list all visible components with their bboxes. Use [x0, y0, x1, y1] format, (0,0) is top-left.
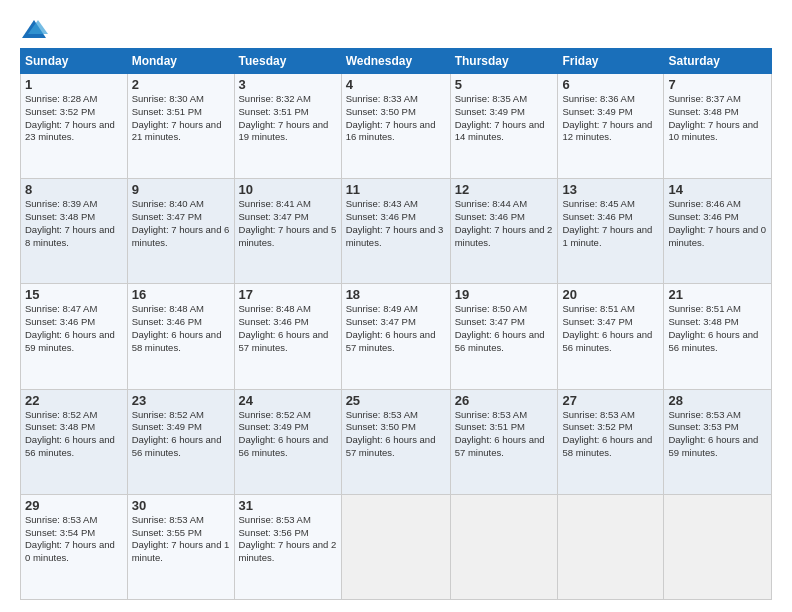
- day-number: 19: [455, 287, 554, 302]
- calendar-cell: 13Sunrise: 8:45 AMSunset: 3:46 PMDayligh…: [558, 179, 664, 284]
- cell-info: Sunrise: 8:53 AMSunset: 3:50 PMDaylight:…: [346, 409, 446, 460]
- day-number: 30: [132, 498, 230, 513]
- header-day-monday: Monday: [127, 49, 234, 74]
- cell-info: Sunrise: 8:35 AMSunset: 3:49 PMDaylight:…: [455, 93, 554, 144]
- calendar-cell: 7Sunrise: 8:37 AMSunset: 3:48 PMDaylight…: [664, 74, 772, 179]
- day-number: 27: [562, 393, 659, 408]
- calendar-cell: 6Sunrise: 8:36 AMSunset: 3:49 PMDaylight…: [558, 74, 664, 179]
- calendar-cell: 29Sunrise: 8:53 AMSunset: 3:54 PMDayligh…: [21, 494, 128, 599]
- cell-info: Sunrise: 8:53 AMSunset: 3:55 PMDaylight:…: [132, 514, 230, 565]
- day-number: 16: [132, 287, 230, 302]
- cell-info: Sunrise: 8:52 AMSunset: 3:49 PMDaylight:…: [239, 409, 337, 460]
- page: SundayMondayTuesdayWednesdayThursdayFrid…: [0, 0, 792, 612]
- day-number: 31: [239, 498, 337, 513]
- calendar-cell: 26Sunrise: 8:53 AMSunset: 3:51 PMDayligh…: [450, 389, 558, 494]
- cell-info: Sunrise: 8:51 AMSunset: 3:47 PMDaylight:…: [562, 303, 659, 354]
- cell-info: Sunrise: 8:52 AMSunset: 3:49 PMDaylight:…: [132, 409, 230, 460]
- cell-info: Sunrise: 8:28 AMSunset: 3:52 PMDaylight:…: [25, 93, 123, 144]
- day-number: 20: [562, 287, 659, 302]
- day-number: 28: [668, 393, 767, 408]
- calendar-cell: 12Sunrise: 8:44 AMSunset: 3:46 PMDayligh…: [450, 179, 558, 284]
- header-day-saturday: Saturday: [664, 49, 772, 74]
- calendar-cell: 14Sunrise: 8:46 AMSunset: 3:46 PMDayligh…: [664, 179, 772, 284]
- header-day-tuesday: Tuesday: [234, 49, 341, 74]
- cell-info: Sunrise: 8:53 AMSunset: 3:56 PMDaylight:…: [239, 514, 337, 565]
- day-number: 4: [346, 77, 446, 92]
- header-day-thursday: Thursday: [450, 49, 558, 74]
- cell-info: Sunrise: 8:48 AMSunset: 3:46 PMDaylight:…: [239, 303, 337, 354]
- cell-info: Sunrise: 8:32 AMSunset: 3:51 PMDaylight:…: [239, 93, 337, 144]
- calendar-cell: 31Sunrise: 8:53 AMSunset: 3:56 PMDayligh…: [234, 494, 341, 599]
- cell-info: Sunrise: 8:40 AMSunset: 3:47 PMDaylight:…: [132, 198, 230, 249]
- header-day-wednesday: Wednesday: [341, 49, 450, 74]
- week-row-1: 1Sunrise: 8:28 AMSunset: 3:52 PMDaylight…: [21, 74, 772, 179]
- cell-info: Sunrise: 8:45 AMSunset: 3:46 PMDaylight:…: [562, 198, 659, 249]
- calendar-cell: 8Sunrise: 8:39 AMSunset: 3:48 PMDaylight…: [21, 179, 128, 284]
- cell-info: Sunrise: 8:33 AMSunset: 3:50 PMDaylight:…: [346, 93, 446, 144]
- day-number: 5: [455, 77, 554, 92]
- day-number: 7: [668, 77, 767, 92]
- day-number: 21: [668, 287, 767, 302]
- day-number: 3: [239, 77, 337, 92]
- cell-info: Sunrise: 8:46 AMSunset: 3:46 PMDaylight:…: [668, 198, 767, 249]
- calendar-cell: 2Sunrise: 8:30 AMSunset: 3:51 PMDaylight…: [127, 74, 234, 179]
- cell-info: Sunrise: 8:44 AMSunset: 3:46 PMDaylight:…: [455, 198, 554, 249]
- day-number: 9: [132, 182, 230, 197]
- day-number: 23: [132, 393, 230, 408]
- cell-info: Sunrise: 8:36 AMSunset: 3:49 PMDaylight:…: [562, 93, 659, 144]
- header: [20, 18, 772, 40]
- day-number: 11: [346, 182, 446, 197]
- calendar-cell: 5Sunrise: 8:35 AMSunset: 3:49 PMDaylight…: [450, 74, 558, 179]
- calendar-cell: 16Sunrise: 8:48 AMSunset: 3:46 PMDayligh…: [127, 284, 234, 389]
- day-number: 26: [455, 393, 554, 408]
- day-number: 2: [132, 77, 230, 92]
- calendar-cell: 24Sunrise: 8:52 AMSunset: 3:49 PMDayligh…: [234, 389, 341, 494]
- calendar-cell: 3Sunrise: 8:32 AMSunset: 3:51 PMDaylight…: [234, 74, 341, 179]
- day-number: 8: [25, 182, 123, 197]
- week-row-3: 15Sunrise: 8:47 AMSunset: 3:46 PMDayligh…: [21, 284, 772, 389]
- calendar-cell: [558, 494, 664, 599]
- calendar-cell: 10Sunrise: 8:41 AMSunset: 3:47 PMDayligh…: [234, 179, 341, 284]
- header-row: SundayMondayTuesdayWednesdayThursdayFrid…: [21, 49, 772, 74]
- day-number: 18: [346, 287, 446, 302]
- day-number: 25: [346, 393, 446, 408]
- day-number: 22: [25, 393, 123, 408]
- header-day-sunday: Sunday: [21, 49, 128, 74]
- cell-info: Sunrise: 8:48 AMSunset: 3:46 PMDaylight:…: [132, 303, 230, 354]
- cell-info: Sunrise: 8:39 AMSunset: 3:48 PMDaylight:…: [25, 198, 123, 249]
- calendar-cell: [450, 494, 558, 599]
- cell-info: Sunrise: 8:53 AMSunset: 3:53 PMDaylight:…: [668, 409, 767, 460]
- week-row-2: 8Sunrise: 8:39 AMSunset: 3:48 PMDaylight…: [21, 179, 772, 284]
- calendar-cell: 23Sunrise: 8:52 AMSunset: 3:49 PMDayligh…: [127, 389, 234, 494]
- logo: [20, 18, 52, 40]
- cell-info: Sunrise: 8:53 AMSunset: 3:52 PMDaylight:…: [562, 409, 659, 460]
- cell-info: Sunrise: 8:52 AMSunset: 3:48 PMDaylight:…: [25, 409, 123, 460]
- calendar-cell: 22Sunrise: 8:52 AMSunset: 3:48 PMDayligh…: [21, 389, 128, 494]
- cell-info: Sunrise: 8:51 AMSunset: 3:48 PMDaylight:…: [668, 303, 767, 354]
- calendar-cell: 27Sunrise: 8:53 AMSunset: 3:52 PMDayligh…: [558, 389, 664, 494]
- day-number: 14: [668, 182, 767, 197]
- header-day-friday: Friday: [558, 49, 664, 74]
- day-number: 6: [562, 77, 659, 92]
- cell-info: Sunrise: 8:49 AMSunset: 3:47 PMDaylight:…: [346, 303, 446, 354]
- calendar-cell: [664, 494, 772, 599]
- cell-info: Sunrise: 8:30 AMSunset: 3:51 PMDaylight:…: [132, 93, 230, 144]
- calendar-cell: 18Sunrise: 8:49 AMSunset: 3:47 PMDayligh…: [341, 284, 450, 389]
- day-number: 13: [562, 182, 659, 197]
- cell-info: Sunrise: 8:53 AMSunset: 3:54 PMDaylight:…: [25, 514, 123, 565]
- calendar-cell: 25Sunrise: 8:53 AMSunset: 3:50 PMDayligh…: [341, 389, 450, 494]
- cell-info: Sunrise: 8:53 AMSunset: 3:51 PMDaylight:…: [455, 409, 554, 460]
- calendar-cell: 1Sunrise: 8:28 AMSunset: 3:52 PMDaylight…: [21, 74, 128, 179]
- calendar-cell: 19Sunrise: 8:50 AMSunset: 3:47 PMDayligh…: [450, 284, 558, 389]
- cell-info: Sunrise: 8:43 AMSunset: 3:46 PMDaylight:…: [346, 198, 446, 249]
- calendar-body: 1Sunrise: 8:28 AMSunset: 3:52 PMDaylight…: [21, 74, 772, 600]
- calendar-cell: 9Sunrise: 8:40 AMSunset: 3:47 PMDaylight…: [127, 179, 234, 284]
- cell-info: Sunrise: 8:50 AMSunset: 3:47 PMDaylight:…: [455, 303, 554, 354]
- week-row-5: 29Sunrise: 8:53 AMSunset: 3:54 PMDayligh…: [21, 494, 772, 599]
- calendar-cell: 17Sunrise: 8:48 AMSunset: 3:46 PMDayligh…: [234, 284, 341, 389]
- cell-info: Sunrise: 8:37 AMSunset: 3:48 PMDaylight:…: [668, 93, 767, 144]
- calendar-cell: 15Sunrise: 8:47 AMSunset: 3:46 PMDayligh…: [21, 284, 128, 389]
- day-number: 17: [239, 287, 337, 302]
- calendar-cell: 21Sunrise: 8:51 AMSunset: 3:48 PMDayligh…: [664, 284, 772, 389]
- day-number: 24: [239, 393, 337, 408]
